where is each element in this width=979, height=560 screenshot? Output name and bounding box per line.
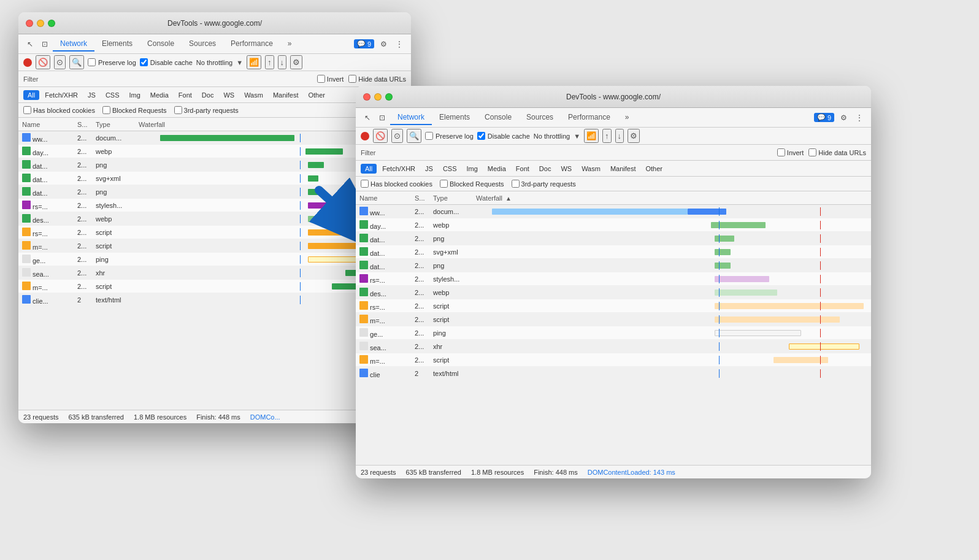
record-button-front[interactable] bbox=[361, 132, 369, 140]
table-row[interactable]: rs=... 2... script bbox=[356, 299, 871, 313]
tab-network-front[interactable]: Network bbox=[390, 110, 432, 125]
search-icon-front[interactable]: 🔍 bbox=[407, 129, 421, 143]
table-row[interactable]: m=... 2... script bbox=[18, 239, 411, 253]
type-img-front[interactable]: Img bbox=[463, 164, 482, 174]
col-type-front[interactable]: Type bbox=[433, 194, 476, 202]
col-status-front[interactable]: S... bbox=[415, 194, 433, 202]
table-row[interactable]: day... 2... webp bbox=[356, 218, 871, 232]
settings-icon-back[interactable]: ⚙ bbox=[290, 55, 302, 69]
type-doc-front[interactable]: Doc bbox=[535, 164, 556, 174]
minimize-button[interactable] bbox=[37, 20, 44, 27]
preserve-log-front[interactable]: Preserve log bbox=[425, 132, 474, 140]
type-css-front[interactable]: CSS bbox=[439, 164, 461, 174]
tab-elements-front[interactable]: Elements bbox=[432, 110, 477, 125]
table-row[interactable]: clie... 2 text/html bbox=[18, 293, 411, 307]
tab-network-back[interactable]: Network bbox=[53, 37, 94, 52]
cursor-icon[interactable]: ↖ bbox=[23, 37, 37, 51]
type-other-front[interactable]: Other bbox=[641, 164, 667, 174]
layers-icon-front[interactable]: ⊡ bbox=[375, 111, 389, 125]
type-wasm-back[interactable]: Wasm bbox=[240, 90, 267, 100]
gear-icon-back[interactable]: ⚙ bbox=[377, 37, 390, 51]
close-button-front[interactable] bbox=[363, 93, 370, 101]
type-doc-back[interactable]: Doc bbox=[198, 90, 218, 100]
type-ws-front[interactable]: WS bbox=[556, 164, 576, 174]
tab-sources-back[interactable]: Sources bbox=[182, 37, 223, 52]
type-media-front[interactable]: Media bbox=[483, 164, 510, 174]
table-row[interactable]: ge... 2... ping bbox=[18, 253, 411, 266]
type-manifest-back[interactable]: Manifest bbox=[269, 90, 303, 100]
blocked-cookies-front[interactable]: Has blocked cookies bbox=[361, 180, 432, 188]
table-row[interactable]: m=... 2... script bbox=[18, 280, 411, 293]
type-all-front[interactable]: All bbox=[361, 164, 377, 174]
type-js-back[interactable]: JS bbox=[83, 90, 100, 100]
blocked-cookies-back[interactable]: Has blocked cookies bbox=[23, 106, 95, 114]
col-name-front[interactable]: Name bbox=[359, 194, 415, 202]
table-row[interactable]: clie 2 text/html bbox=[356, 367, 871, 380]
throttle-select-front[interactable]: No throttling bbox=[534, 132, 570, 140]
table-row[interactable]: des... 2... webp bbox=[356, 286, 871, 299]
type-other-back[interactable]: Other bbox=[304, 90, 329, 100]
disable-cache-front[interactable]: Disable cache bbox=[477, 132, 530, 140]
table-row[interactable]: dat... 2... svg+xml bbox=[18, 172, 411, 185]
table-row[interactable]: m=... 2... script bbox=[356, 313, 871, 326]
tab-more-front[interactable]: » bbox=[618, 110, 637, 125]
hide-data-urls-back[interactable]: Hide data URLs bbox=[348, 75, 406, 83]
blocked-requests-front[interactable]: Blocked Requests bbox=[440, 180, 504, 188]
layers-icon[interactable]: ⊡ bbox=[38, 37, 52, 51]
cursor-icon-front[interactable]: ↖ bbox=[361, 111, 374, 125]
table-row[interactable]: dat... 2... svg+xml bbox=[356, 245, 871, 259]
col-waterfall-front[interactable]: Waterfall ▲ bbox=[476, 194, 867, 202]
minimize-button-front[interactable] bbox=[374, 93, 382, 101]
type-font-front[interactable]: Font bbox=[512, 164, 534, 174]
type-js-front[interactable]: JS bbox=[421, 164, 437, 174]
more-icon-back[interactable]: ⋮ bbox=[393, 37, 406, 51]
type-media-back[interactable]: Media bbox=[146, 90, 173, 100]
type-all-back[interactable]: All bbox=[23, 90, 39, 100]
tab-console-front[interactable]: Console bbox=[477, 110, 519, 125]
import-icon-front[interactable]: ↓ bbox=[615, 129, 624, 143]
search-icon-back[interactable]: 🔍 bbox=[69, 55, 84, 69]
type-manifest-front[interactable]: Manifest bbox=[606, 164, 640, 174]
table-row[interactable]: ww... 2... docum... bbox=[18, 131, 411, 145]
more-icon-front[interactable]: ⋮ bbox=[853, 111, 866, 125]
settings-icon-front[interactable]: ⚙ bbox=[628, 129, 640, 143]
blocked-requests-back[interactable]: Blocked Requests bbox=[102, 106, 167, 114]
invert-check-back[interactable]: Invert bbox=[317, 75, 344, 83]
tab-performance-back[interactable]: Performance bbox=[223, 37, 280, 52]
table-row[interactable]: dat... 2... png bbox=[356, 232, 871, 245]
gear-icon-front[interactable]: ⚙ bbox=[837, 111, 850, 125]
invert-check-front[interactable]: Invert bbox=[777, 148, 804, 156]
type-font-back[interactable]: Font bbox=[174, 90, 196, 100]
table-row[interactable]: rs=... 2... stylesh... bbox=[356, 272, 871, 286]
preserve-log-back[interactable]: Preserve log bbox=[88, 58, 136, 66]
col-type-back[interactable]: Type bbox=[96, 121, 139, 128]
maximize-button-front[interactable] bbox=[385, 93, 393, 101]
record-button-back[interactable] bbox=[23, 58, 32, 67]
type-fetch-back[interactable]: Fetch/XHR bbox=[40, 90, 82, 100]
table-row[interactable]: dat... 2... png bbox=[18, 185, 411, 199]
type-img-back[interactable]: Img bbox=[125, 90, 145, 100]
filter-icon-back[interactable]: ⊙ bbox=[54, 55, 66, 69]
disable-cache-back[interactable]: Disable cache bbox=[140, 58, 193, 66]
export-icon-front[interactable]: ↑ bbox=[602, 129, 612, 143]
export-icon-back[interactable]: ↑ bbox=[265, 55, 274, 69]
hide-data-urls-front[interactable]: Hide data URLs bbox=[808, 148, 866, 156]
close-button[interactable] bbox=[26, 20, 33, 27]
col-name-back[interactable]: Name bbox=[22, 121, 77, 128]
wifi-icon-back[interactable]: 📶 bbox=[247, 55, 261, 69]
col-status-back[interactable]: S... bbox=[77, 121, 96, 128]
table-row[interactable]: day... 2... webp bbox=[18, 145, 411, 158]
type-css-back[interactable]: CSS bbox=[101, 90, 124, 100]
table-row[interactable]: dat... 2... png bbox=[18, 158, 411, 172]
table-row[interactable]: ge... 2... ping bbox=[356, 326, 871, 340]
wifi-icon-front[interactable]: 📶 bbox=[584, 129, 599, 143]
type-wasm-front[interactable]: Wasm bbox=[577, 164, 605, 174]
filter-icon-front[interactable]: ⊙ bbox=[391, 129, 403, 143]
clear-icon-front[interactable]: 🚫 bbox=[373, 129, 388, 143]
clear-icon-back[interactable]: 🚫 bbox=[36, 55, 50, 69]
tab-more-back[interactable]: » bbox=[280, 37, 299, 52]
tab-console-back[interactable]: Console bbox=[140, 37, 182, 52]
table-row[interactable]: rs=... 2... script bbox=[18, 226, 411, 239]
table-row[interactable]: des... 2... webp bbox=[18, 212, 411, 226]
third-party-front[interactable]: 3rd-party requests bbox=[512, 180, 576, 188]
